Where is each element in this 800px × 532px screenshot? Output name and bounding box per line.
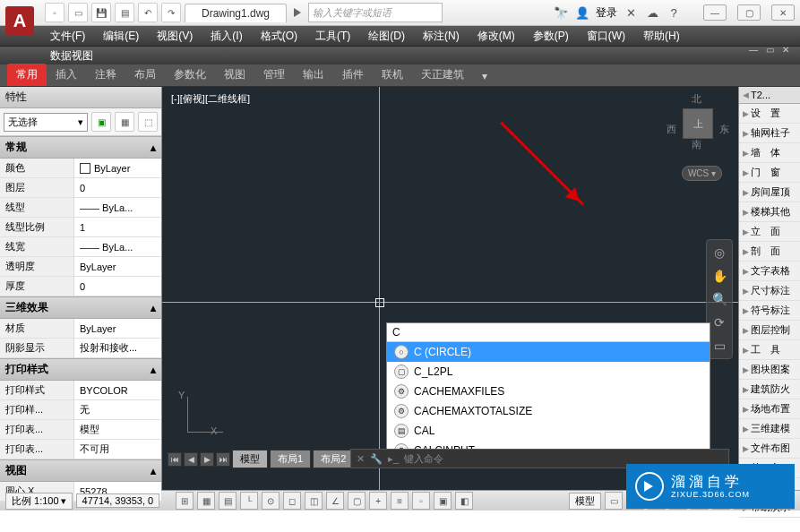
search-input[interactable]: 输入关键字或短语 xyxy=(308,3,443,22)
selectall-icon[interactable]: ▦ xyxy=(115,112,134,132)
palette-item[interactable]: ▶工 具 xyxy=(739,340,800,360)
sb-dyn-icon[interactable]: + xyxy=(369,492,387,510)
palette-item[interactable]: ▶图层控制 xyxy=(739,321,800,340)
prop-row[interactable]: 颜色ByLayer xyxy=(0,159,161,178)
menu-format[interactable]: 格式(O) xyxy=(252,29,306,44)
qat-undo-icon[interactable]: ↶ xyxy=(138,3,158,22)
menu-file[interactable]: 文件(F) xyxy=(41,29,94,44)
binoculars-icon[interactable]: 🔭 xyxy=(553,4,569,21)
palette-item[interactable]: ▶设 置 xyxy=(739,104,800,124)
ribbon-tab-view[interactable]: 视图 xyxy=(215,64,254,86)
cmdline-config-icon[interactable]: 🔧 xyxy=(370,453,383,465)
ribbon-tab-output[interactable]: 输出 xyxy=(294,64,333,86)
document-tab[interactable]: Drawing1.dwg xyxy=(185,4,287,22)
command-suggestion[interactable]: ▤CAL xyxy=(387,421,710,441)
qat-save-icon[interactable]: 💾 xyxy=(91,3,111,22)
palette-item[interactable]: ▶房间屋顶 xyxy=(739,183,800,202)
ucs-icon[interactable]: Y X xyxy=(178,391,232,436)
maximize-button[interactable]: ▢ xyxy=(737,4,761,21)
minimize-button[interactable]: — xyxy=(703,4,727,21)
prop-row[interactable]: 阴影显示投射和接收... xyxy=(0,339,161,358)
tab-last-icon[interactable]: ⏭ xyxy=(216,452,230,467)
sb-tpy-icon[interactable]: ▫ xyxy=(412,492,430,510)
nav-showmotion-icon[interactable]: ▭ xyxy=(714,339,726,353)
prop-value[interactable]: 0 xyxy=(74,178,161,197)
selection-dropdown[interactable]: 无选择▾ xyxy=(4,113,88,132)
scale-control[interactable]: 比例 1:100 ▾ xyxy=(5,493,73,510)
ribbon-tab-home[interactable]: 常用 xyxy=(7,64,47,86)
login-link[interactable]: 登录 xyxy=(596,5,617,21)
command-input[interactable]: C xyxy=(387,323,710,342)
palette-item[interactable]: ▶三维建模 xyxy=(739,419,800,439)
sb-qp-icon[interactable]: ▣ xyxy=(434,492,452,510)
sb-ortho-icon[interactable]: └ xyxy=(240,492,258,510)
tab-first-icon[interactable]: ⏮ xyxy=(168,452,182,467)
model-paper-toggle[interactable]: 模型 xyxy=(569,493,601,510)
prop-row[interactable]: 打印表...不可用 xyxy=(0,440,161,459)
prop-value[interactable]: 0 xyxy=(74,277,161,296)
app-logo[interactable]: A xyxy=(5,6,34,35)
pickadd-icon[interactable]: ⬚ xyxy=(138,112,158,132)
sb-ducs-icon[interactable]: ▢ xyxy=(348,492,366,510)
ribbon-tab-tianzheng[interactable]: 天正建筑 xyxy=(412,64,473,86)
palette-item[interactable]: ▶文件布图 xyxy=(739,439,800,459)
quickselect-icon[interactable]: ▣ xyxy=(91,112,111,132)
doc-restore-button[interactable]: ▭ xyxy=(762,43,777,56)
command-suggestion[interactable]: ▢C_L2PL xyxy=(387,362,710,382)
sb-osnap-icon[interactable]: ◻ xyxy=(283,492,301,510)
prop-section-view[interactable]: 视图▴ xyxy=(0,459,161,482)
ribbon-tab-annotate[interactable]: 注释 xyxy=(86,64,125,86)
prop-section-general[interactable]: 常规▴ xyxy=(0,136,161,159)
ribbon-tab-manage[interactable]: 管理 xyxy=(254,64,294,86)
doc-minimize-button[interactable]: — xyxy=(746,43,761,56)
menu-window[interactable]: 窗口(W) xyxy=(578,29,634,44)
doc-close-button[interactable]: ✕ xyxy=(778,43,793,56)
qat-open-icon[interactable]: ▭ xyxy=(68,3,88,22)
menu-edit[interactable]: 编辑(E) xyxy=(94,29,148,44)
command-suggestion[interactable]: ⚙CACHEMAXFILES xyxy=(387,382,710,401)
palette-item[interactable]: ▶图块图案 xyxy=(739,360,800,380)
palette-item[interactable]: ▶墙 体 xyxy=(739,143,800,163)
viewcube-north[interactable]: 北 xyxy=(692,92,701,106)
prop-value[interactable]: 1 xyxy=(74,218,161,236)
palette-item[interactable]: ▶文字表格 xyxy=(739,262,800,281)
ribbon-tab-plugins[interactable]: 插件 xyxy=(333,64,373,86)
palette-item[interactable]: ▶轴网柱子 xyxy=(739,124,800,143)
sb-polar-icon[interactable]: ⊙ xyxy=(262,492,280,510)
close-button[interactable]: ✕ xyxy=(771,4,795,21)
prop-value[interactable]: ByLayer xyxy=(74,159,161,177)
palette-item[interactable]: ▶剖 面 xyxy=(739,242,800,262)
viewcube-east[interactable]: 东 xyxy=(719,123,729,136)
prop-row[interactable]: 打印样式BYCOLOR xyxy=(0,381,161,400)
tab-layout1[interactable]: 布局1 xyxy=(270,450,311,468)
cloud-icon[interactable]: ☁ xyxy=(644,4,660,21)
ribbon-panel-toggle-icon[interactable]: ▾ xyxy=(473,66,496,86)
palette-item[interactable]: ▶楼梯其他 xyxy=(739,202,800,222)
nav-orbit-icon[interactable]: ⟳ xyxy=(714,315,725,330)
menu-draw[interactable]: 绘图(D) xyxy=(359,29,414,44)
sb-3dosnap-icon[interactable]: ◫ xyxy=(305,492,323,510)
sb-sc-icon[interactable]: ◧ xyxy=(455,492,473,510)
help-icon[interactable]: ? xyxy=(666,4,682,21)
prop-row[interactable]: 透明度ByLayer xyxy=(0,257,161,277)
prop-value[interactable]: —— ByLa... xyxy=(74,198,161,217)
sb-snap-icon[interactable]: ▦ xyxy=(197,492,215,510)
ribbon-tab-parametric[interactable]: 参数化 xyxy=(165,64,215,86)
prop-value[interactable]: —— ByLa... xyxy=(74,237,161,256)
prop-row[interactable]: 厚度0 xyxy=(0,277,161,296)
palette-title[interactable]: ◀T2... xyxy=(739,87,800,104)
ribbon-tab-online[interactable]: 联机 xyxy=(373,64,412,86)
prop-section-threed[interactable]: 三维效果▴ xyxy=(0,296,161,319)
tab-layout2[interactable]: 布局2 xyxy=(313,450,354,468)
nav-wheel-icon[interactable]: ◎ xyxy=(714,245,725,260)
palette-item[interactable]: ▶立 面 xyxy=(739,222,800,242)
palette-item[interactable]: ▶尺寸标注 xyxy=(739,281,800,301)
prop-row[interactable]: 线型—— ByLa... xyxy=(0,198,161,218)
prop-value[interactable]: ByLayer xyxy=(74,257,161,276)
palette-item[interactable]: ▶符号标注 xyxy=(739,301,800,321)
tab-prev-icon[interactable]: ◀ xyxy=(184,452,198,467)
cmdline-close-icon[interactable]: ✕ xyxy=(357,453,365,465)
nav-pan-icon[interactable]: ✋ xyxy=(712,269,727,283)
prop-row[interactable]: 图层0 xyxy=(0,178,161,198)
prop-value[interactable]: BYCOLOR xyxy=(74,381,161,399)
